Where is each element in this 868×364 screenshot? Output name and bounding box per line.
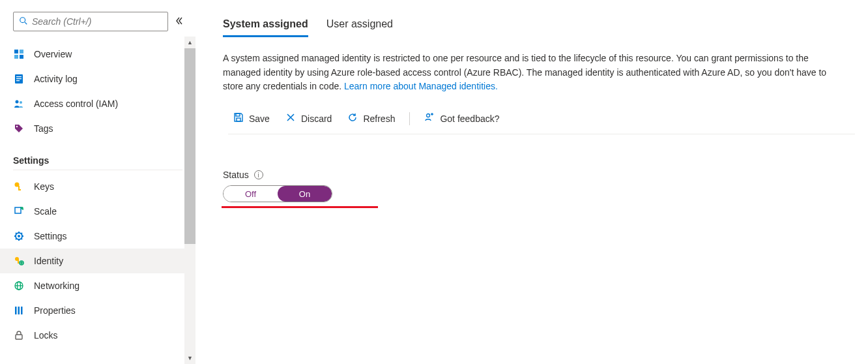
- info-icon[interactable]: i: [254, 170, 263, 179]
- settings-section-header: Settings: [13, 155, 195, 166]
- svg-rect-8: [16, 78, 22, 79]
- identity-icon: [13, 255, 25, 267]
- status-section: Status i Off On: [223, 170, 855, 208]
- sidebar-item-label: Scale: [34, 206, 57, 217]
- sidebar-item-label: Identity: [34, 256, 63, 266]
- svg-rect-4: [14, 55, 18, 59]
- gear-icon: [13, 230, 25, 242]
- annotation-underline: [222, 206, 378, 208]
- toolbar-label: Discard: [301, 114, 332, 124]
- section-divider: [13, 170, 182, 170]
- overview-icon: [13, 48, 25, 60]
- refresh-button[interactable]: Refresh: [342, 110, 400, 127]
- toggle-option-on[interactable]: On: [278, 186, 332, 202]
- svg-rect-25: [15, 307, 17, 314]
- status-label: Status: [223, 170, 249, 180]
- sidebar-item-label: Access control (IAM): [34, 99, 118, 109]
- svg-rect-27: [21, 307, 23, 314]
- key-icon: [13, 181, 25, 192]
- svg-rect-30: [237, 118, 240, 121]
- svg-line-1: [25, 22, 27, 23]
- svg-rect-9: [16, 80, 20, 81]
- tab-description: A system assigned managed identity is re…: [223, 52, 835, 94]
- discard-icon: [285, 112, 296, 125]
- search-input[interactable]: [32, 16, 162, 27]
- lock-icon: [13, 329, 25, 341]
- sidebar-item-networking[interactable]: Networking: [13, 273, 195, 298]
- svg-rect-20: [18, 260, 19, 264]
- save-button[interactable]: Save: [228, 110, 275, 127]
- sidebar-item-overview[interactable]: Overview: [13, 42, 195, 67]
- sidebar-item-label: Overview: [34, 49, 72, 59]
- discard-button[interactable]: Discard: [280, 110, 337, 127]
- toolbar-label: Got feedback?: [440, 114, 499, 124]
- sidebar-item-tags[interactable]: Tags: [13, 116, 195, 141]
- sidebar-item-label: Tags: [34, 123, 53, 134]
- learn-more-link[interactable]: Learn more about Managed identities.: [344, 81, 498, 91]
- svg-rect-5: [20, 55, 23, 59]
- svg-rect-26: [18, 307, 20, 314]
- sidebar-item-scale[interactable]: Scale: [13, 199, 195, 224]
- status-toggle[interactable]: Off On: [223, 185, 332, 202]
- svg-point-11: [20, 101, 22, 104]
- collapse-sidebar-button[interactable]: [175, 16, 184, 27]
- activity-log-icon: [13, 73, 25, 85]
- save-icon: [233, 112, 244, 125]
- sidebar-item-properties[interactable]: Properties: [13, 298, 195, 323]
- sidebar-item-settings[interactable]: Settings: [13, 224, 195, 249]
- svg-rect-2: [14, 50, 18, 53]
- sidebar-item-identity[interactable]: Identity: [0, 249, 189, 273]
- svg-point-31: [427, 114, 430, 117]
- sidebar-item-label: Networking: [34, 281, 80, 291]
- toolbar-separator: [409, 112, 410, 125]
- scroll-down-arrow-icon[interactable]: ▼: [187, 352, 193, 364]
- nav-top-list: Overview Activity log Access control (IA…: [13, 42, 195, 141]
- properties-icon: [13, 305, 25, 316]
- tab-bar: System assigned User assigned: [223, 18, 855, 37]
- sidebar-scrollbar[interactable]: ▲ ▼: [184, 37, 195, 364]
- svg-point-0: [20, 17, 25, 22]
- toolbar-label: Save: [249, 114, 270, 124]
- scroll-up-arrow-icon[interactable]: ▲: [187, 37, 193, 48]
- refresh-icon: [347, 112, 358, 125]
- sidebar-item-label: Activity log: [34, 74, 78, 84]
- svg-rect-3: [20, 50, 23, 53]
- tag-icon: [13, 123, 25, 134]
- svg-point-12: [16, 126, 18, 127]
- sidebar-item-locks[interactable]: Locks: [13, 323, 195, 348]
- description-text: A system assigned managed identity is re…: [223, 53, 826, 91]
- scroll-thumb[interactable]: [184, 48, 195, 244]
- svg-point-18: [18, 235, 20, 237]
- sidebar-item-label: Settings: [34, 231, 67, 241]
- feedback-icon: [424, 112, 435, 125]
- svg-rect-15: [18, 189, 21, 190]
- sidebar-item-activity-log[interactable]: Activity log: [13, 67, 195, 91]
- access-control-icon: [13, 98, 25, 110]
- toolbar: Save Discard Refresh Got feedback?: [228, 106, 855, 134]
- svg-point-10: [16, 100, 19, 104]
- scale-icon: [13, 205, 25, 217]
- feedback-button[interactable]: Got feedback?: [419, 110, 504, 127]
- sidebar-item-label: Locks: [34, 330, 58, 341]
- sidebar-item-access-control[interactable]: Access control (IAM): [13, 91, 195, 116]
- search-box[interactable]: [13, 12, 168, 31]
- toggle-option-off[interactable]: Off: [224, 186, 278, 202]
- sidebar-item-label: Properties: [34, 305, 76, 316]
- sidebar: Overview Activity log Access control (IA…: [0, 0, 195, 364]
- tab-system-assigned[interactable]: System assigned: [223, 18, 308, 37]
- svg-rect-7: [16, 76, 22, 77]
- main-content: System assigned User assigned A system a…: [195, 0, 868, 364]
- sidebar-item-label: Keys: [34, 181, 54, 192]
- networking-icon: [13, 280, 25, 292]
- svg-rect-16: [15, 207, 21, 213]
- sidebar-item-keys[interactable]: Keys: [13, 174, 195, 199]
- tab-user-assigned[interactable]: User assigned: [326, 18, 393, 37]
- svg-rect-29: [236, 114, 240, 116]
- nav-settings-list: Keys Scale Settings Identity Networking …: [13, 174, 195, 348]
- svg-rect-28: [16, 335, 22, 339]
- toolbar-label: Refresh: [363, 114, 395, 124]
- search-icon: [19, 16, 28, 27]
